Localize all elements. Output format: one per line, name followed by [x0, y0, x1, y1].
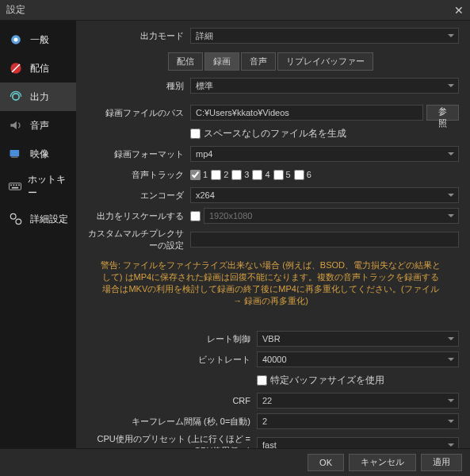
- tab-audio[interactable]: 音声: [241, 52, 276, 71]
- advanced-icon: [6, 209, 25, 228]
- sidebar-item-stream[interactable]: 配信: [0, 54, 76, 83]
- svg-rect-4: [10, 150, 20, 156]
- svg-rect-9: [15, 185, 17, 186]
- format-label: 録画フォーマット: [82, 148, 190, 160]
- svg-rect-8: [13, 185, 14, 186]
- sidebar-item-general[interactable]: 一般: [0, 25, 76, 54]
- tab-stream[interactable]: 配信: [168, 52, 203, 71]
- type-select[interactable]: 標準: [190, 78, 459, 94]
- ok-button[interactable]: OK: [308, 454, 344, 471]
- output-mode-label: 出力モード: [82, 30, 190, 42]
- tracks-label: 音声トラック: [82, 169, 190, 181]
- sidebar-item-video[interactable]: 映像: [0, 140, 76, 168]
- cancel-button[interactable]: キャンセル: [349, 454, 416, 471]
- keyframe-label: キーフレーム間隔 (秒, 0=自動): [82, 416, 257, 428]
- window-title: 設定: [6, 3, 454, 17]
- audio-icon: [6, 116, 25, 135]
- gear-icon: [6, 30, 25, 49]
- track-6-checkbox[interactable]: [294, 170, 304, 180]
- sidebar-item-label: 出力: [30, 90, 49, 104]
- crf-input[interactable]: [257, 393, 459, 409]
- track-4-checkbox[interactable]: [252, 170, 262, 180]
- track-3-checkbox[interactable]: [231, 170, 242, 180]
- dialog-footer: OK キャンセル 適用: [0, 448, 470, 475]
- crf-label: CRF: [82, 396, 257, 405]
- titlebar: 設定 ✕: [0, 0, 470, 21]
- output-tabs: 配信 録画 音声 リプレイバッファー: [82, 52, 459, 71]
- keyframe-input[interactable]: [257, 413, 459, 429]
- bitrate-label: ビットレート: [82, 354, 257, 366]
- svg-point-12: [10, 213, 16, 219]
- svg-rect-10: [18, 185, 20, 186]
- sidebar-item-hotkeys[interactable]: ホットキー: [0, 168, 76, 205]
- nospace-label: スペースなしのファイル名を生成: [204, 127, 346, 140]
- mp4-warning: 警告: ファイルをファイナライズ出来ない場合 (例えば、BSOD、電力損失などの…: [82, 255, 459, 311]
- close-icon[interactable]: ✕: [454, 4, 464, 17]
- encoder-label: エンコーダ: [82, 190, 190, 202]
- track-1-checkbox[interactable]: [190, 170, 201, 180]
- svg-point-13: [16, 219, 21, 225]
- svg-rect-5: [11, 156, 17, 158]
- sidebar: 一般 配信 出力 音声 映像 ホットキー 詳細設定: [0, 21, 76, 448]
- encoder-select[interactable]: x264: [190, 187, 459, 203]
- sidebar-item-label: ホットキー: [28, 173, 70, 200]
- rate-control-select[interactable]: VBR: [257, 331, 459, 347]
- type-label: 種別: [82, 80, 190, 92]
- sidebar-item-label: 映像: [30, 148, 49, 161]
- svg-rect-11: [11, 187, 17, 189]
- sidebar-item-output[interactable]: 出力: [0, 83, 76, 111]
- rescale-checkbox[interactable]: [190, 211, 201, 221]
- track-5-checkbox[interactable]: [273, 170, 284, 180]
- rec-path-input[interactable]: [190, 105, 423, 121]
- stream-icon: [6, 59, 25, 78]
- content-panel: 出力モード 詳細 配信 録画 音声 リプレイバッファー 種別 標準 録画ファイル…: [76, 21, 470, 448]
- rescale-input: [204, 208, 459, 224]
- sidebar-item-label: 音声: [30, 119, 49, 132]
- track-2-checkbox[interactable]: [211, 170, 221, 180]
- bitrate-input[interactable]: [257, 351, 459, 367]
- tab-record[interactable]: 録画: [204, 52, 239, 71]
- sidebar-item-audio[interactable]: 音声: [0, 111, 76, 140]
- muxer-input[interactable]: [190, 232, 459, 248]
- output-mode-select[interactable]: 詳細: [190, 28, 459, 44]
- svg-point-3: [13, 94, 19, 100]
- svg-rect-6: [9, 183, 21, 190]
- rec-path-label: 録画ファイルのパス: [82, 107, 190, 119]
- custom-buffer-checkbox[interactable]: [257, 375, 267, 386]
- output-icon: [6, 87, 25, 106]
- custom-buffer-label: 特定バッファサイズを使用: [270, 374, 384, 387]
- apply-button[interactable]: 適用: [421, 454, 462, 471]
- video-icon: [6, 144, 25, 163]
- nospace-checkbox[interactable]: [190, 129, 201, 139]
- browse-button[interactable]: 参照: [426, 105, 459, 121]
- svg-point-1: [14, 38, 18, 42]
- sidebar-item-label: 詳細設定: [30, 213, 68, 226]
- hotkey-icon: [6, 177, 23, 196]
- sidebar-item-label: 一般: [30, 33, 49, 47]
- cpu-preset-select[interactable]: fast: [257, 437, 459, 448]
- tab-replay[interactable]: リプレイバッファー: [277, 52, 373, 71]
- svg-rect-7: [10, 185, 12, 186]
- sidebar-item-advanced[interactable]: 詳細設定: [0, 205, 76, 233]
- rescale-label: 出力をリスケールする: [82, 210, 190, 222]
- sidebar-item-label: 配信: [30, 62, 49, 75]
- cpu-preset-label: CPU使用のプリセット (上に行くほど = CPU使用低い): [82, 433, 257, 448]
- rate-control-label: レート制御: [82, 333, 257, 345]
- format-select[interactable]: mp4: [190, 146, 459, 162]
- muxer-label: カスタムマルチプレクサーの設定: [82, 228, 190, 251]
